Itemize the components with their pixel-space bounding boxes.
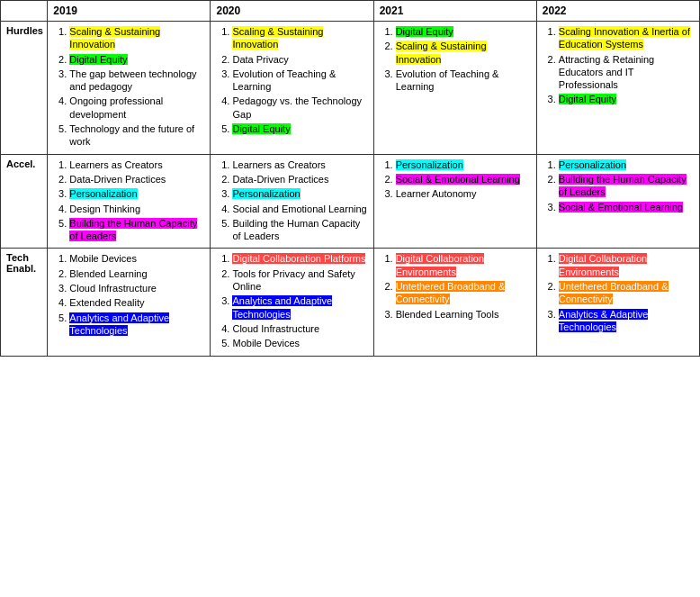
list-1-1: Learners as CreatorsData-Driven Practice… [216, 158, 367, 243]
cell-2-3: Digital Collaboration EnvironmentsUnteth… [536, 249, 699, 356]
highlighted-text: Analytics & Adaptive Technologies [559, 309, 649, 332]
list-1-3: PersonalizationBuilding the Human Capaci… [543, 158, 694, 213]
list-item: Extended Reality [69, 296, 204, 309]
cell-1-2: PersonalizationSocial & Emotional Learni… [373, 154, 536, 249]
cell-2-2: Digital Collaboration EnvironmentsUnteth… [373, 249, 536, 356]
list-item: Digital Equity [232, 122, 367, 135]
list-item: Evolution of Teaching & Learning [396, 68, 531, 94]
list-0-0: Scaling & Sustaining InnovationDigital E… [53, 25, 204, 149]
highlighted-text: Building the Human Capacity of Leaders [559, 174, 687, 197]
highlighted-text: Digital Equity [232, 123, 290, 134]
list-item: Social and Emotional Learning [232, 203, 367, 215]
cell-0-2: Digital EquityScaling & Sustaining Innov… [373, 22, 536, 155]
list-item: Untethered Broadband & Connectivity [559, 280, 694, 306]
row-0: HurdlesScaling & Sustaining InnovationDi… [1, 22, 700, 155]
row-1: Accel.Learners as CreatorsData-Driven Pr… [1, 154, 700, 249]
list-item: Cloud Infrastructure [69, 282, 204, 294]
list-1-2: PersonalizationSocial & Emotional Learni… [380, 158, 531, 201]
highlighted-text: Analytics and Adaptive Technologies [232, 295, 332, 319]
list-item: Digital Collaboration Platforms [232, 252, 367, 265]
list-item: Scaling Innovation & Inertia of Educatio… [559, 25, 694, 51]
highlighted-text: Social & Emotional Learning [396, 174, 520, 185]
cell-1-0: Learners as CreatorsData-Driven Practice… [48, 154, 211, 249]
list-item: Ongoing professional development [69, 95, 204, 121]
cell-2-1: Digital Collaboration PlatformsTools for… [211, 249, 373, 356]
main-table: 2019 2020 2021 2022 HurdlesScaling & Sus… [0, 0, 700, 357]
list-item: Learners as Creators [69, 158, 204, 171]
row-header-0: Hurdles [1, 22, 48, 155]
list-item: Digital Equity [396, 25, 531, 38]
highlighted-text: Digital Collaboration Environments [559, 253, 647, 276]
highlighted-text: Personalization [69, 188, 137, 199]
header-2019: 2019 [48, 1, 211, 22]
list-item: The gap between technology and pedagogy [69, 68, 204, 94]
highlighted-text: Personalization [232, 188, 300, 199]
list-item: Pedagogy vs. the Technology Gap [232, 95, 367, 121]
header-2020: 2020 [211, 1, 373, 22]
highlighted-text: Digital Equity [396, 26, 453, 37]
list-item: Design Thinking [69, 203, 204, 215]
list-item: Learner Autonomy [396, 187, 531, 200]
highlighted-text: Scaling & Sustaining Innovation [232, 26, 323, 50]
list-item: Scaling & Sustaining Innovation [232, 25, 367, 51]
row-header-1: Accel. [1, 154, 48, 249]
list-1-0: Learners as CreatorsData-Driven Practice… [53, 158, 204, 243]
cell-0-1: Scaling & Sustaining InnovationData Priv… [211, 22, 373, 155]
header-row: 2019 2020 2021 2022 [1, 1, 700, 22]
cell-0-0: Scaling & Sustaining InnovationDigital E… [48, 22, 211, 155]
list-0-1: Scaling & Sustaining InnovationData Priv… [216, 25, 367, 135]
header-2021: 2021 [373, 1, 536, 22]
header-empty [1, 1, 48, 22]
list-item: Digital Collaboration Environments [396, 252, 531, 278]
list-item: Scaling & Sustaining Innovation [396, 40, 531, 66]
list-0-3: Scaling Innovation & Inertia of Educatio… [543, 25, 694, 106]
highlighted-text: Analytics and Adaptive Technologies [69, 312, 169, 336]
list-2-0: Mobile DevicesBlended LearningCloud Infr… [53, 252, 204, 337]
list-item: Building the Human Capacity of Leaders [232, 217, 367, 243]
list-2-2: Digital Collaboration EnvironmentsUnteth… [380, 252, 531, 320]
header-2022: 2022 [536, 1, 699, 22]
list-item: Personalization [232, 187, 367, 200]
highlighted-text: Personalization [559, 159, 626, 170]
list-item: Tools for Privacy and Safety Online [232, 267, 367, 294]
list-item: Scaling & Sustaining Innovation [69, 25, 204, 51]
list-item: Personalization [69, 187, 204, 200]
list-item: Building the Human Capacity of Leaders [69, 217, 204, 243]
list-item: Attracting & Retaining Educators and IT … [559, 53, 694, 92]
list-item: Data Privacy [232, 53, 367, 66]
list-item: Social & Emotional Learning [559, 201, 694, 213]
list-2-1: Digital Collaboration PlatformsTools for… [216, 252, 367, 349]
list-item: Personalization [559, 158, 694, 171]
list-item: Data-Driven Practices [232, 173, 367, 185]
cell-0-3: Scaling Innovation & Inertia of Educatio… [536, 22, 699, 155]
highlighted-text: Digital Equity [69, 54, 127, 65]
list-item: Cloud Infrastructure [232, 322, 367, 335]
list-item: Analytics and Adaptive Technologies [69, 312, 204, 338]
list-item: Mobile Devices [232, 337, 367, 349]
highlighted-text: Digital Collaboration Environments [396, 253, 484, 276]
highlighted-text: Social & Emotional Learning [559, 202, 683, 213]
list-item: Evolution of Teaching & Learning [232, 68, 367, 94]
highlighted-text: Untethered Broadband & Connectivity [559, 281, 669, 304]
list-item: Personalization [396, 158, 531, 171]
list-item: Digital Collaboration Environments [559, 252, 694, 278]
highlighted-text: Personalization [396, 159, 463, 170]
list-item: Untethered Broadband & Connectivity [396, 280, 531, 306]
list-item: Building the Human Capacity of Leaders [559, 173, 694, 199]
cell-1-3: PersonalizationBuilding the Human Capaci… [536, 154, 699, 249]
row-2: Tech Enabl.Mobile DevicesBlended Learnin… [1, 249, 700, 356]
list-item: Digital Equity [69, 53, 204, 66]
highlighted-text: Digital Collaboration Platforms [232, 253, 365, 264]
highlighted-text: Scaling & Sustaining Innovation [69, 26, 160, 50]
list-item: Digital Equity [559, 93, 694, 105]
list-2-3: Digital Collaboration EnvironmentsUnteth… [543, 252, 694, 333]
list-item: Analytics and Adaptive Technologies [232, 294, 367, 321]
list-0-2: Digital EquityScaling & Sustaining Innov… [380, 25, 531, 93]
cell-1-1: Learners as CreatorsData-Driven Practice… [211, 154, 373, 249]
list-item: Data-Driven Practices [69, 173, 204, 185]
highlighted-text: Digital Equity [559, 94, 616, 104]
list-item: Blended Learning [69, 267, 204, 280]
highlighted-text: Scaling Innovation & Inertia of Educatio… [559, 26, 690, 50]
list-item: Mobile Devices [69, 252, 204, 265]
list-item: Learners as Creators [232, 158, 367, 171]
